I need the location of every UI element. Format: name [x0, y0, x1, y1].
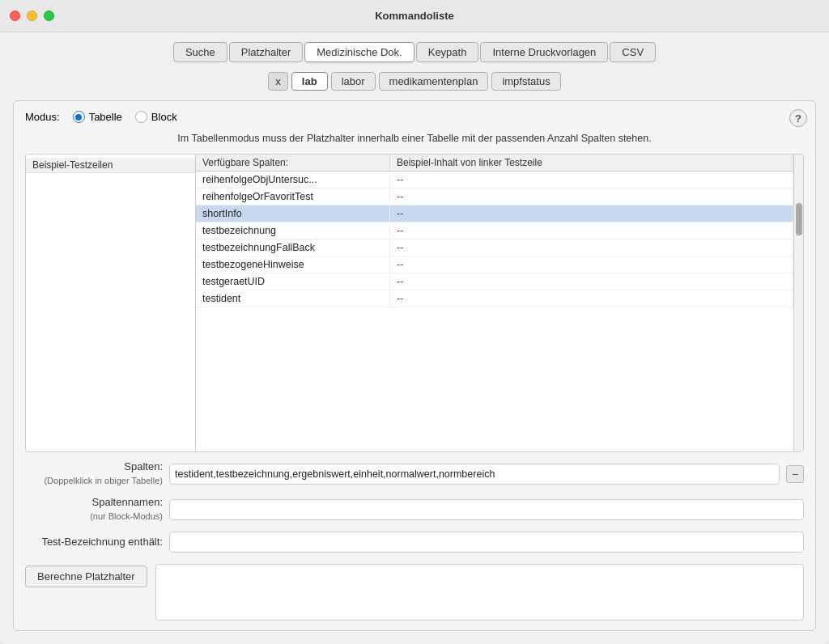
test-rows-header: Beispiel-Testzeilen: [26, 158, 195, 173]
info-text: Im Tabellenmodus muss der Platzhalter in…: [25, 131, 804, 146]
td-col: testbezeichnung: [196, 222, 390, 239]
td-col: testbezogeneHinweise: [196, 256, 390, 273]
main-tab-bar: Suche Platzhalter Medizinische Dok. Keyp…: [13, 42, 816, 62]
output-area: [155, 564, 804, 621]
title-bar: Kommandoliste: [0, 0, 829, 32]
berechne-button[interactable]: Berechne Platzhalter: [25, 566, 147, 587]
bottom-row: Berechne Platzhalter: [25, 564, 804, 621]
sub-tab-labor[interactable]: labor: [331, 72, 376, 91]
td-example: --: [390, 273, 793, 290]
spalten-input[interactable]: [169, 464, 780, 485]
table-row[interactable]: testident --: [196, 290, 793, 307]
minus-button[interactable]: −: [786, 465, 804, 483]
td-col: testgeraetUID: [196, 273, 390, 290]
minimize-button[interactable]: [27, 11, 37, 21]
window-title: Kommandoliste: [375, 10, 454, 22]
sub-tab-medikamentenplan[interactable]: medikamentenplan: [379, 72, 489, 91]
sub-tab-lab[interactable]: lab: [291, 72, 328, 91]
th-beispiel: Beispiel-Inhalt von linker Testzeile: [390, 155, 793, 171]
main-panel: ? Modus: Tabelle Block Im Tabellenmodus …: [13, 100, 816, 631]
test-bezeichnung-row: Test-Bezeichnung enthält:: [25, 532, 804, 553]
scrollbar[interactable]: [793, 155, 803, 451]
td-example: --: [390, 189, 793, 205]
radio-tabelle[interactable]: Tabelle: [73, 111, 122, 123]
radio-circle-tabelle[interactable]: [73, 111, 85, 123]
td-example: --: [390, 256, 793, 273]
table-header: Verfügbare Spalten: Beispiel-Inhalt von …: [196, 155, 793, 172]
td-col: reihenfolgeObjUntersuc...: [196, 172, 390, 188]
tab-medizinische-dok[interactable]: Medizinische Dok.: [304, 42, 414, 62]
radio-label-block: Block: [151, 111, 177, 123]
tab-csv[interactable]: CSV: [610, 42, 656, 62]
td-example: --: [390, 205, 793, 222]
td-example: --: [390, 239, 793, 256]
td-example: --: [390, 290, 793, 307]
window: Kommandoliste Suche Platzhalter Medizini…: [0, 0, 829, 644]
td-example: --: [390, 172, 793, 188]
spaltennamen-input[interactable]: [169, 499, 804, 520]
spalten-label: Spalten: (Doppelklick in obiger Tabelle): [25, 460, 163, 488]
modus-row: Modus: Tabelle Block: [25, 111, 804, 123]
td-col: shortInfo: [196, 205, 390, 222]
table-section: Beispiel-Testzeilen Verfügbare Spalten: …: [25, 154, 804, 452]
radio-circle-block[interactable]: [135, 111, 147, 123]
tab-interne-druckvorlagen[interactable]: Interne Druckvorlagen: [480, 42, 608, 62]
content-area: Suche Platzhalter Medizinische Dok. Keyp…: [0, 32, 829, 644]
tab-suche[interactable]: Suche: [173, 42, 227, 62]
help-button[interactable]: ?: [789, 109, 807, 127]
sub-tab-close[interactable]: x: [268, 72, 288, 91]
spaltennamen-row: Spaltennamen: (nur Block-Modus): [25, 496, 804, 523]
table-row[interactable]: testbezeichnungFallBack --: [196, 239, 793, 256]
td-example: --: [390, 222, 793, 239]
maximize-button[interactable]: [44, 11, 54, 21]
sub-tab-impfstatus[interactable]: impfstatus: [491, 72, 560, 91]
spaltennamen-label: Spaltennamen: (nur Block-Modus): [25, 496, 163, 523]
tab-keypath[interactable]: Keypath: [416, 42, 479, 62]
test-bezeichnung-input[interactable]: [169, 532, 804, 553]
scrollbar-thumb[interactable]: [796, 203, 802, 235]
sub-tab-bar: x lab labor medikamentenplan impfstatus: [13, 72, 816, 91]
close-button[interactable]: [10, 11, 20, 21]
test-rows-col: Beispiel-Testzeilen: [26, 155, 196, 451]
td-col: reihenfolgeOrFavoritTest: [196, 189, 390, 205]
th-spalten: Verfügbare Spalten:: [196, 155, 390, 171]
traffic-lights: [10, 11, 54, 21]
tab-platzhalter[interactable]: Platzhalter: [229, 42, 303, 62]
radio-label-tabelle: Tabelle: [89, 111, 122, 123]
modus-label: Modus:: [25, 111, 60, 123]
test-bezeichnung-label: Test-Bezeichnung enthält:: [25, 536, 163, 549]
table-row[interactable]: reihenfolgeObjUntersuc... --: [196, 172, 793, 189]
table-row[interactable]: reihenfolgeOrFavoritTest --: [196, 189, 793, 205]
spalten-row: Spalten: (Doppelklick in obiger Tabelle)…: [25, 460, 804, 488]
table-row[interactable]: testbezeichnung --: [196, 222, 793, 239]
table-row[interactable]: testgeraetUID --: [196, 273, 793, 290]
table-body: reihenfolgeObjUntersuc... -- reihenfolge…: [196, 172, 793, 451]
td-col: testbezeichnungFallBack: [196, 239, 390, 256]
table-row[interactable]: shortInfo --: [196, 205, 793, 222]
td-col: testident: [196, 290, 390, 307]
radio-block[interactable]: Block: [135, 111, 177, 123]
table-main: Verfügbare Spalten: Beispiel-Inhalt von …: [196, 155, 793, 451]
table-row[interactable]: testbezogeneHinweise --: [196, 256, 793, 273]
